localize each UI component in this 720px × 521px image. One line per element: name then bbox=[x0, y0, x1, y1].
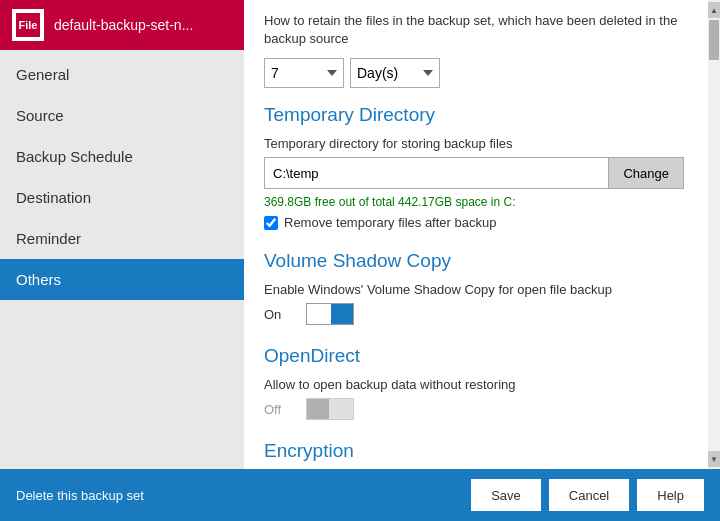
delete-backup-set-link[interactable]: Delete this backup set bbox=[16, 488, 144, 503]
opendirect-toggle-thumb bbox=[307, 399, 329, 419]
sidebar-item-label-reminder: Reminder bbox=[16, 230, 81, 247]
sidebar-item-label-others: Others bbox=[16, 271, 61, 288]
opendirect-toggle-row: Off bbox=[264, 398, 684, 420]
retention-controls: 7 Day(s) bbox=[264, 58, 684, 88]
temp-dir-input[interactable] bbox=[264, 157, 608, 189]
change-button[interactable]: Change bbox=[608, 157, 684, 189]
vsc-toggle-thumb bbox=[331, 304, 353, 324]
retention-number-select[interactable]: 7 bbox=[264, 58, 344, 88]
sidebar-item-label-destination: Destination bbox=[16, 189, 91, 206]
vsc-toggle-label: On bbox=[264, 307, 294, 322]
opendirect-description: Allow to open backup data without restor… bbox=[264, 377, 684, 392]
retention-unit-select[interactable]: Day(s) bbox=[350, 58, 440, 88]
backup-set-title: default-backup-set-n... bbox=[54, 17, 193, 33]
sidebar-item-label-general: General bbox=[16, 66, 69, 83]
vsc-toggle-track bbox=[306, 303, 354, 325]
scrollbar-up-button[interactable]: ▲ bbox=[708, 2, 720, 18]
sidebar-item-reminder[interactable]: Reminder bbox=[0, 218, 244, 259]
opendirect-section: OpenDirect Allow to open backup data wit… bbox=[264, 345, 684, 420]
remove-temp-files-checkbox[interactable] bbox=[264, 216, 278, 230]
opendirect-toggle[interactable] bbox=[306, 398, 354, 420]
temp-dir-title: Temporary Directory bbox=[264, 104, 684, 126]
sidebar-header: File default-backup-set-n... bbox=[0, 0, 244, 50]
encryption-title: Encryption bbox=[264, 440, 684, 462]
scrollbar-thumb[interactable] bbox=[709, 20, 719, 60]
opendirect-toggle-label: Off bbox=[264, 402, 294, 417]
remove-temp-files-row: Remove temporary files after backup bbox=[264, 215, 684, 230]
vsc-toggle-row: On bbox=[264, 303, 684, 325]
chevron-up-icon: ▲ bbox=[710, 6, 718, 15]
main-container: File default-backup-set-n... General Sou… bbox=[0, 0, 720, 469]
save-button[interactable]: Save bbox=[471, 479, 541, 511]
help-button[interactable]: Help bbox=[637, 479, 704, 511]
sidebar-item-destination[interactable]: Destination bbox=[0, 177, 244, 218]
temp-dir-section: Temporary Directory Temporary directory … bbox=[264, 104, 684, 230]
opendirect-title: OpenDirect bbox=[264, 345, 684, 367]
sidebar-item-others[interactable]: Others bbox=[0, 259, 244, 300]
sidebar-nav: General Source Backup Schedule Destinati… bbox=[0, 50, 244, 469]
content-area: How to retain the files in the backup se… bbox=[244, 0, 720, 469]
sidebar-item-backup-schedule[interactable]: Backup Schedule bbox=[0, 136, 244, 177]
temp-dir-label: Temporary directory for storing backup f… bbox=[264, 136, 684, 151]
footer: Delete this backup set Save Cancel Help bbox=[0, 469, 720, 521]
footer-buttons: Save Cancel Help bbox=[471, 479, 704, 511]
content-scroll: How to retain the files in the backup se… bbox=[244, 0, 708, 469]
scrollbar-down-button[interactable]: ▼ bbox=[708, 451, 720, 467]
sidebar: File default-backup-set-n... General Sou… bbox=[0, 0, 244, 469]
cancel-button[interactable]: Cancel bbox=[549, 479, 629, 511]
remove-temp-files-label: Remove temporary files after backup bbox=[284, 215, 496, 230]
file-icon-label: File bbox=[19, 19, 38, 31]
retention-description: How to retain the files in the backup se… bbox=[264, 12, 684, 48]
vsc-title: Volume Shadow Copy bbox=[264, 250, 684, 272]
chevron-down-icon: ▼ bbox=[710, 455, 718, 464]
encryption-section: Encryption Do not use encryption bbox=[264, 440, 684, 469]
sidebar-item-label-backup-schedule: Backup Schedule bbox=[16, 148, 133, 165]
scrollbar-track: ▲ ▼ bbox=[708, 0, 720, 469]
sidebar-item-general[interactable]: General bbox=[0, 54, 244, 95]
app-icon-inner: File bbox=[16, 13, 40, 37]
opendirect-toggle-track bbox=[306, 398, 354, 420]
free-space-text: 369.8GB free out of total 442.17GB space… bbox=[264, 195, 684, 209]
retention-section: How to retain the files in the backup se… bbox=[264, 12, 684, 88]
vsc-section: Volume Shadow Copy Enable Windows' Volum… bbox=[264, 250, 684, 325]
sidebar-item-source[interactable]: Source bbox=[0, 95, 244, 136]
app-icon: File bbox=[12, 9, 44, 41]
sidebar-item-label-source: Source bbox=[16, 107, 64, 124]
vsc-toggle[interactable] bbox=[306, 303, 354, 325]
vsc-description: Enable Windows' Volume Shadow Copy for o… bbox=[264, 282, 684, 297]
temp-dir-input-row: Change bbox=[264, 157, 684, 189]
scrollbar-thumb-area bbox=[709, 20, 719, 449]
